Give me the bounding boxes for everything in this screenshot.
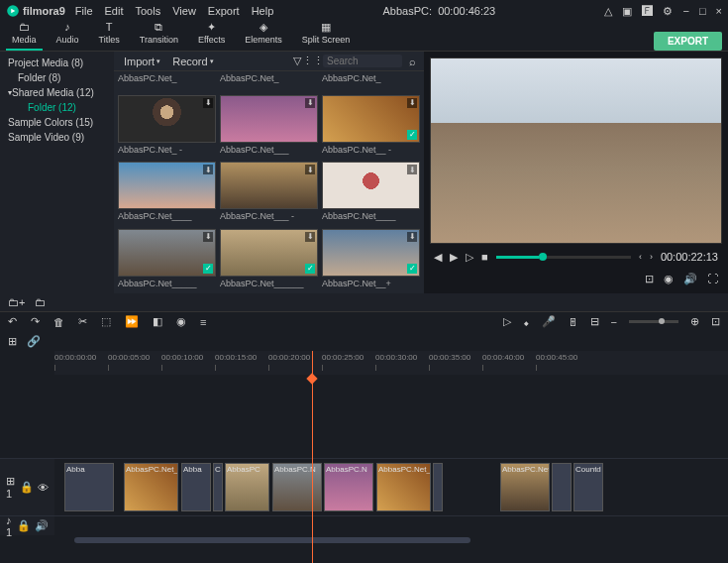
media-thumb[interactable]: ⬇✓AbbasPC.Net______ [220,229,318,290]
menu-export[interactable]: Export [208,5,240,17]
mark-in-icon[interactable]: ‹ [639,252,642,262]
timeline-clip[interactable]: Abba [181,463,211,511]
redo-icon[interactable]: ↷ [31,315,40,328]
import-button[interactable]: Import▾ [120,56,164,67]
record-button[interactable]: Record▾ [168,56,217,67]
download-icon[interactable]: ⬇ [305,98,315,108]
delete-icon[interactable]: 🗑 [53,316,64,328]
timeline-ruler[interactable]: 00:00:00:0000:00:05:0000:00:10:0000:00:1… [54,351,728,375]
color-icon[interactable]: ◧ [153,315,162,328]
timeline-clip[interactable]: AbbasPC.N [324,463,373,511]
marker-icon[interactable]: ⬥ [523,316,530,328]
stop-button[interactable]: ■ [481,251,488,263]
audio-track-head[interactable]: ♪ 1 🔒 🔊 [0,516,54,535]
export-button[interactable]: EXPORT [654,32,722,51]
timeline-clip[interactable]: C [213,463,223,511]
menu-file[interactable]: File [75,5,93,17]
maximize-button[interactable]: □ [699,5,706,17]
lock-icon[interactable]: 🔒 [20,481,34,494]
snapshot-icon[interactable]: ⊡ [645,273,654,285]
quality-icon[interactable]: ◉ [664,273,674,285]
download-icon[interactable]: ⬇ [407,232,417,242]
speed-icon[interactable]: ⏩ [125,315,139,328]
manage-tracks-icon[interactable]: ⊞ [8,335,17,348]
sort-icon[interactable]: ⋮⋮ [307,56,319,67]
link-icon[interactable]: 🔗 [27,335,41,348]
media-thumb[interactable]: ⬇AbbasPC.Net___ [220,95,318,157]
volume-icon[interactable]: 🔊 [683,273,697,285]
media-thumb[interactable]: ⬇AbbasPC.Net____ [322,162,420,223]
timeline-clip[interactable]: AbbasPC.Net_ [376,463,431,511]
minimize-button[interactable]: − [682,5,688,17]
tab-elements[interactable]: ◈Elements [239,18,288,51]
settings-icon[interactable]: ⚙ [663,5,673,18]
download-icon[interactable]: ⬇ [407,165,417,174]
timeline-clip[interactable]: AbbasPC.Net_ [124,463,178,511]
tree-item[interactable]: Sample Video (9) [0,130,114,145]
split-icon[interactable]: ✂ [78,315,87,328]
crop-icon[interactable]: ⬚ [101,315,111,328]
prev-button[interactable]: ◀ [434,251,442,264]
search-icon[interactable]: ⌕ [406,56,418,67]
timeline-clip[interactable] [552,463,572,511]
folder-icon[interactable]: 🗀 [35,296,46,308]
new-folder-icon[interactable]: 🗀+ [8,296,25,308]
tree-item[interactable]: Shared Media (12) [0,85,114,100]
media-thumb[interactable]: AbbasPC.Net_ [220,75,318,89]
download-icon[interactable]: ⬇ [203,165,213,174]
undo-icon[interactable]: ↶ [8,315,17,328]
download-icon[interactable]: ⬇ [305,165,315,174]
media-thumb[interactable]: ⬇AbbasPC.Net___ - [220,162,318,223]
menu-tools[interactable]: Tools [136,5,161,17]
timeline-clip[interactable]: Countd [573,463,603,511]
tab-effects[interactable]: ✦Effects [192,18,231,51]
mixer-icon[interactable]: 🎚 [568,316,578,328]
zoom-out-icon[interactable]: − [611,316,617,328]
adjust-icon[interactable]: ≡ [200,316,206,328]
snap-icon[interactable]: ⊟ [590,315,599,328]
tab-media[interactable]: 🗀Media [6,18,43,51]
close-button[interactable]: × [716,5,722,17]
audio-track[interactable] [54,516,728,535]
zoom-slider[interactable] [629,320,678,323]
menu-help[interactable]: Help [252,5,274,17]
tab-transition[interactable]: ⧉Transition [134,18,184,51]
timeline-clip[interactable] [433,463,443,511]
tab-titles[interactable]: TTitles [93,18,126,51]
download-icon[interactable]: ⬇ [203,232,213,242]
zoom-in-icon[interactable]: ⊕ [690,315,699,328]
timeline-clip[interactable]: Abba [64,463,114,511]
video-track-head[interactable]: ⊞ 1 🔒 👁 [0,459,54,515]
timeline-clip[interactable]: AbbasPC [225,463,269,511]
timeline-scrollbar[interactable] [54,535,728,545]
tree-item[interactable]: Folder (8) [0,70,114,85]
mute-icon[interactable]: 🔊 [35,519,49,532]
greenscreen-icon[interactable]: ◉ [176,315,186,328]
render-icon[interactable]: ▷ [503,315,511,328]
next-button[interactable]: ▷ [466,251,473,264]
menu-edit[interactable]: Edit [105,5,124,17]
video-track[interactable]: AbbaAbbasPC.Net_AbbaCAbbasPCAbbasPC.NAbb… [54,459,728,515]
tree-item[interactable]: Sample Colors (15) [0,115,114,130]
account-icon[interactable]: ▣ [622,5,632,18]
fullscreen-icon[interactable]: ⛶ [707,273,718,284]
media-thumb[interactable]: ⬇✓AbbasPC.Net__+ [322,229,420,290]
playhead[interactable] [312,351,313,563]
notify-icon[interactable]: △ [604,5,612,18]
tab-splitscreen[interactable]: ▦Split Screen [296,18,357,51]
media-thumb[interactable]: ⬇✓AbbasPC.Net__ - [322,95,420,157]
media-thumb[interactable]: AbbasPC.Net_ [322,75,420,89]
zoom-fit-icon[interactable]: ⊡ [711,315,720,328]
timeline[interactable]: 00:00:00:0000:00:05:0000:00:10:0000:00:1… [0,351,728,563]
feedback-icon[interactable]: 🅵 [642,5,653,17]
search-input[interactable] [323,55,402,67]
preview-viewport[interactable] [430,57,722,244]
play-button[interactable]: ▶ [450,251,458,264]
timeline-clip[interactable]: AbbasPC.N [272,463,322,511]
tree-item[interactable]: Project Media (8) [0,56,114,70]
mark-out-icon[interactable]: › [650,252,653,262]
timeline-clip[interactable]: AbbasPC.Net_ [500,463,550,511]
tree-item[interactable]: Folder (12) [0,100,114,115]
mic-icon[interactable]: 🎤 [542,315,556,328]
progress-bar[interactable] [496,256,631,259]
